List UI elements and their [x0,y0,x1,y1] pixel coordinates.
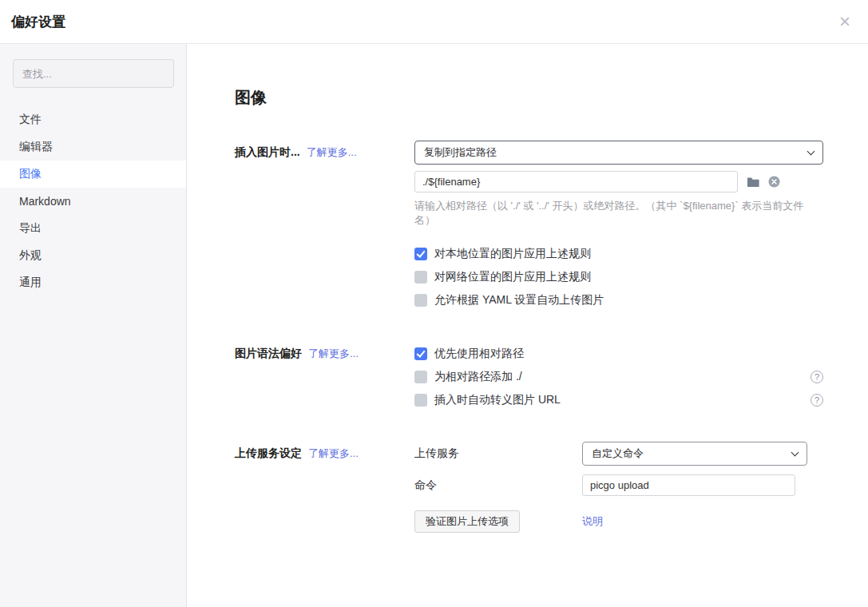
clear-icon[interactable] [768,176,780,188]
select-value: 自定义命令 [592,446,644,461]
sidebar-item-label: Markdown [19,195,71,208]
path-hint-text: 请输入相对路径（以 './' 或 '../' 开头）或绝对路径。（其中 `${f… [414,199,823,228]
sidebar-item-editor[interactable]: 编辑器 [0,133,186,161]
sidebar: 文件 编辑器 图像 Markdown 导出 外观 通用 [0,44,187,607]
sidebar-item-label: 编辑器 [19,140,53,154]
checkbox-label: 为相对路径添加 ./ [434,370,522,384]
page-title: 图像 [235,87,823,109]
checkbox-label: 插入时自动转义图片 URL [434,393,561,407]
upload-service-label: 上传服务 [414,446,582,461]
command-label: 命令 [414,478,582,493]
sidebar-item-markdown[interactable]: Markdown [0,188,186,215]
sidebar-item-label: 导出 [19,221,42,236]
folder-icon[interactable] [747,177,759,188]
upload-service-select[interactable]: 自定义命令 [582,442,807,466]
select-value: 复制到指定路径 [424,145,497,160]
section-image-syntax: 图片语法偏好了解更多... 优先使用相对路径 为相对路径添加 ./ 插入时自动转… [235,342,823,411]
section-label: 图片语法偏好 [235,347,302,359]
checkbox-row-yaml-upload[interactable]: 允许根据 YAML 设置自动上传图片 [414,288,823,311]
upload-help-link[interactable]: 说明 [582,514,603,529]
search-input[interactable] [13,59,174,88]
checkbox-row-add-dot-slash[interactable]: 为相对路径添加 ./ [414,365,823,388]
command-input[interactable] [582,474,795,496]
chevron-down-icon [791,449,799,457]
path-input[interactable] [414,171,738,192]
sidebar-item-label: 图像 [19,167,42,181]
sidebar-item-appearance[interactable]: 外观 [0,242,186,269]
checkbox-row-network-images[interactable]: 对网络位置的图片应用上述规则 [414,265,823,288]
learn-more-link[interactable]: 了解更多... [308,347,359,359]
section-label: 插入图片时... [235,145,300,158]
checkbox-row-escape-url[interactable]: 插入时自动转义图片 URL [414,388,823,411]
checkbox[interactable] [414,248,427,260]
learn-more-link[interactable]: 了解更多... [307,146,357,158]
checkbox-label: 优先使用相对路径 [434,347,524,361]
section-insert-image: 插入图片时...了解更多... 复制到指定路径 请输入相对路径（以 './' [235,141,823,311]
checkbox[interactable] [414,394,427,407]
help-icon[interactable] [811,394,823,407]
section-label: 上传服务设定 [235,446,302,459]
main-content: 图像 插入图片时...了解更多... 复制到指定路径 [187,44,868,607]
sidebar-item-label: 文件 [19,113,42,127]
checkbox-row-relative-path[interactable]: 优先使用相对路径 [414,342,823,365]
window-title: 偏好设置 [11,13,65,31]
checkbox[interactable] [414,371,427,383]
sidebar-item-general[interactable]: 通用 [0,269,186,296]
sidebar-item-label: 外观 [19,248,42,263]
sidebar-item-label: 通用 [19,276,42,290]
insert-action-select[interactable]: 复制到指定路径 [414,141,823,165]
section-upload-service: 上传服务设定了解更多... 上传服务 自定义命令 命令 验证图片上传选项 [235,442,823,533]
sidebar-menu: 文件 编辑器 图像 Markdown 导出 外观 通用 [0,106,186,296]
learn-more-link[interactable]: 了解更多... [308,447,359,459]
validate-upload-button[interactable]: 验证图片上传选项 [414,510,520,533]
titlebar: 偏好设置 × [0,0,868,44]
sidebar-item-file[interactable]: 文件 [0,106,186,133]
checkbox-label: 允许根据 YAML 设置自动上传图片 [434,293,604,307]
checkbox-label: 对本地位置的图片应用上述规则 [434,247,591,261]
sidebar-item-image[interactable]: 图像 [0,161,186,188]
close-icon[interactable]: × [839,12,850,31]
checkbox-row-local-images[interactable]: 对本地位置的图片应用上述规则 [414,242,823,265]
checkbox[interactable] [414,347,427,360]
checkbox[interactable] [414,271,427,284]
chevron-down-icon [807,148,815,156]
checkbox[interactable] [414,294,427,307]
sidebar-item-export[interactable]: 导出 [0,215,186,242]
help-icon[interactable] [811,371,823,383]
checkbox-label: 对网络位置的图片应用上述规则 [434,270,591,284]
